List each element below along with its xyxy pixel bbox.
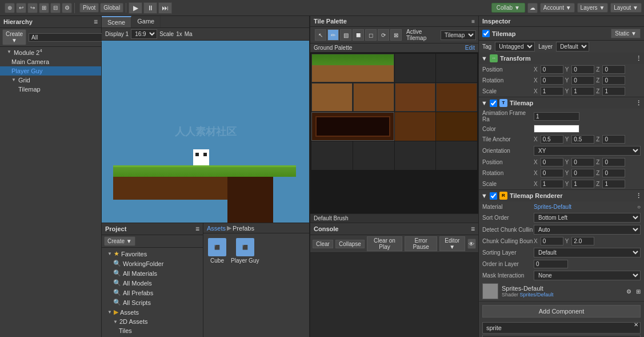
project-item-favorites[interactable]: ▼ ★ Favorites	[102, 249, 203, 259]
tile-grass-top[interactable]	[311, 54, 394, 82]
erase-tool-icon[interactable]: ◻	[365, 29, 377, 41]
renderer-checkbox[interactable]	[490, 192, 497, 200]
aspect-select[interactable]: 16:9	[131, 29, 157, 39]
pause-button[interactable]: ⏸	[143, 2, 157, 14]
project-item-all-materials[interactable]: 🔍 All Materials	[102, 268, 203, 278]
account-button[interactable]: Account ▼	[540, 3, 575, 13]
hierarchy-item-main-camera[interactable]: Main Camera	[0, 57, 101, 66]
pivot-button[interactable]: Pivot	[79, 3, 99, 13]
order-layer-field[interactable]	[534, 260, 568, 268]
global-button[interactable]: Global	[100, 3, 123, 13]
anchor-y-field[interactable]	[571, 135, 594, 144]
hierarchy-item-grid[interactable]: ▼ Grid	[0, 76, 101, 85]
tile-empty[interactable]	[436, 141, 477, 170]
material-icon[interactable]: ○	[637, 204, 641, 210]
scene-content[interactable]: 人人素材社区	[102, 41, 309, 223]
tile-dirt2[interactable]	[353, 83, 394, 112]
project-item-tiles[interactable]: Tiles	[102, 326, 203, 335]
tmap-pz-field[interactable]	[602, 158, 625, 166]
transform-header[interactable]: ▼ ↔ Transform ⋮	[479, 53, 644, 64]
tile-darkdirt1[interactable]	[436, 83, 477, 112]
tmap-ry-field[interactable]	[571, 169, 594, 177]
project-options-icon[interactable]: ≡	[195, 225, 199, 233]
collapse-button[interactable]: Collapse	[335, 240, 365, 248]
tile-empty[interactable]	[395, 141, 436, 170]
clear-on-play-button[interactable]: Clear on Play	[367, 236, 402, 251]
tile-hole[interactable]	[311, 112, 394, 141]
active-tilemap-select[interactable]: Tilemap	[441, 30, 476, 40]
unity-logo-icon[interactable]: ⊕	[5, 3, 15, 13]
layer-select[interactable]: Default	[556, 42, 589, 51]
search-clear-icon[interactable]: ✕	[634, 322, 638, 328]
breadcrumb-assets[interactable]: Assets	[207, 225, 226, 232]
step-button[interactable]: ⏭	[158, 2, 172, 14]
project-item-2dassets[interactable]: ▼ 2D Assets	[102, 317, 203, 326]
renderer-header[interactable]: ▼ R Tilemap Renderer ⋮	[479, 190, 644, 201]
tmap-rz-field[interactable]	[602, 169, 625, 177]
project-item-workingfolder[interactable]: 🔍 WorkingFolder	[102, 259, 203, 268]
tab-scene[interactable]: Scene	[102, 16, 131, 27]
mask-interaction-select[interactable]: None	[534, 271, 641, 280]
anchor-x-field[interactable]	[541, 135, 563, 144]
error-pause-button[interactable]: Error Pause	[405, 236, 437, 251]
renderer-options-icon[interactable]: ⋮	[635, 192, 642, 200]
cloud-icon[interactable]: ☁	[527, 3, 538, 13]
material-expand-icon[interactable]: ⊞	[636, 288, 641, 295]
rot-x-field[interactable]	[541, 76, 563, 85]
collab-button[interactable]: Collab ▼	[491, 3, 525, 13]
settings-icon[interactable]: ⚙	[62, 3, 72, 13]
sorting-layer-select[interactable]: Default	[534, 248, 641, 257]
project-create-button[interactable]: Create ▼	[104, 236, 135, 246]
pos-y-field[interactable]	[571, 65, 594, 74]
color-picker[interactable]	[534, 125, 579, 133]
tile-dark2[interactable]	[395, 112, 436, 141]
project-item-all-prefabs[interactable]: 🔍 All Prefabs	[102, 288, 203, 298]
add-component-button[interactable]: Add Component	[482, 305, 641, 318]
redo-icon[interactable]: ↪	[27, 3, 38, 13]
tile-empty[interactable]	[353, 141, 394, 170]
tile-dirt1[interactable]	[311, 83, 353, 112]
tmap-sx-field[interactable]	[541, 180, 563, 188]
tile-palette-content[interactable]	[310, 53, 478, 213]
tile-empty[interactable]	[311, 141, 353, 170]
scale-y-field[interactable]	[571, 87, 594, 96]
sort-order-select[interactable]: Bottom Left	[534, 213, 641, 223]
console-options-icon[interactable]: ≡	[471, 225, 475, 233]
hierarchy-search-input[interactable]	[29, 33, 107, 42]
tmap-sy-field[interactable]	[571, 180, 594, 188]
asset-item-playerguy[interactable]: ⬛ Player Guy	[231, 238, 259, 264]
tmap-rx-field[interactable]	[541, 169, 563, 177]
pencil-tool-icon[interactable]: ✏	[327, 29, 339, 41]
undo-icon[interactable]: ↩	[16, 3, 26, 13]
tilemap-enabled-checkbox[interactable]	[482, 30, 490, 37]
pos-x-field[interactable]	[541, 65, 563, 74]
hierarchy-options-icon[interactable]: ≡	[94, 18, 98, 26]
rot-y-field[interactable]	[571, 76, 594, 85]
tile-dirt3[interactable]	[395, 83, 436, 112]
tmap-py-field[interactable]	[571, 158, 594, 166]
anchor-z-field[interactable]	[602, 135, 625, 144]
scale-x-field[interactable]	[541, 87, 563, 96]
tile-empty[interactable]	[436, 54, 477, 82]
flip-tool-icon[interactable]: ⊠	[390, 29, 402, 41]
hierarchy-create-button[interactable]: Create ▼	[2, 29, 26, 45]
tab-game[interactable]: Game	[131, 16, 161, 27]
rotate-tool-icon[interactable]: ⟳	[378, 29, 389, 41]
console-eye-icon[interactable]: 👁	[467, 239, 476, 249]
orientation-select[interactable]: XY	[534, 146, 641, 156]
static-badge[interactable]: Static ▼	[611, 29, 641, 38]
scale-z-field[interactable]	[602, 87, 625, 96]
grid-icon[interactable]: ⊟	[50, 3, 61, 13]
layers-button[interactable]: Layers ▼	[577, 3, 609, 13]
tmap-px-field[interactable]	[541, 158, 563, 166]
edit-label[interactable]: Edit	[465, 45, 475, 51]
hierarchy-item-module2[interactable]: ▼ Module 24	[0, 47, 101, 57]
material-gear-icon[interactable]: ⚙	[626, 288, 631, 295]
select-tool-icon[interactable]: ↖	[315, 29, 326, 41]
asset-item-cube[interactable]: ⬛ Cube	[208, 238, 226, 264]
pos-z-field[interactable]	[602, 65, 625, 74]
tilemap-comp-header2[interactable]: ▼ T Tilemap ⋮	[479, 97, 644, 109]
fill-tool-icon[interactable]: ▧	[340, 29, 351, 41]
editor-button[interactable]: Editor ▼	[439, 236, 465, 251]
tag-select[interactable]: Untagged	[495, 42, 535, 51]
